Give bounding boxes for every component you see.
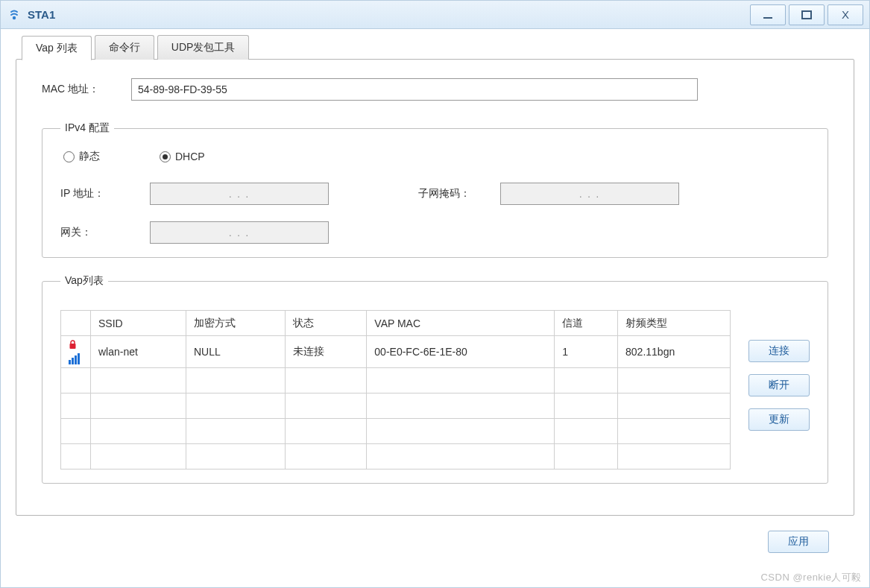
cell-vap_mac <box>367 443 555 469</box>
vap-body: SSID 加密方式 状态 VAP MAC 信道 射频类型 wlan-netNUL… <box>60 303 810 470</box>
table-row[interactable] <box>61 393 731 418</box>
cell-channel <box>555 418 618 443</box>
mask-input[interactable]: . . . <box>500 183 679 205</box>
ipv4-grid: IP 地址： . . . 子网掩码： . . . 网关： . . . <box>60 183 810 244</box>
cell-vap_mac <box>367 367 555 393</box>
watermark: CSDN @renkie人可毅 <box>760 571 862 584</box>
cell-ssid: wlan-net <box>91 336 186 368</box>
connect-button[interactable]: 连接 <box>748 340 810 362</box>
cell-radio <box>618 443 731 469</box>
lock-icon <box>69 340 77 352</box>
table-row[interactable] <box>61 443 731 469</box>
svg-point-0 <box>13 16 16 19</box>
cell-vap_mac: 00-E0-FC-6E-1E-80 <box>367 336 555 368</box>
cell-channel: 1 <box>555 336 618 368</box>
ip-label: IP 地址： <box>60 187 150 200</box>
ipv4-legend: IPv4 配置 <box>60 121 114 135</box>
tab-panel: MAC 地址： 54-89-98-FD-39-55 IPv4 配置 静态 DHC… <box>16 59 854 516</box>
tab-bar: Vap 列表 命令行 UDP发包工具 <box>22 35 854 60</box>
radio-dhcp-label: DHCP <box>175 151 205 162</box>
radio-static-circle <box>63 151 75 162</box>
cell-vap_mac <box>367 393 555 418</box>
vap-header-channel: 信道 <box>555 311 618 336</box>
apply-button[interactable]: 应用 <box>768 531 829 553</box>
cell-channel <box>555 393 618 418</box>
disconnect-button[interactable]: 断开 <box>748 374 810 396</box>
tab-cli[interactable]: 命令行 <box>95 35 154 60</box>
tab-udp-tool[interactable]: UDP发包工具 <box>157 35 250 60</box>
cell-channel <box>555 443 618 469</box>
apply-row: 应用 <box>16 516 854 553</box>
app-icon <box>7 7 22 22</box>
cell-ssid <box>91 443 186 469</box>
vap-header-row: SSID 加密方式 状态 VAP MAC 信道 射频类型 <box>61 311 731 336</box>
vap-header-encrypt: 加密方式 <box>186 311 285 336</box>
row-icon-cell <box>61 443 91 469</box>
window-title: STA1 <box>28 8 747 21</box>
cell-status <box>286 393 367 418</box>
table-row[interactable] <box>61 418 731 443</box>
cell-encrypt <box>186 418 285 443</box>
table-row[interactable]: wlan-netNULL未连接00-E0-FC-6E-1E-801802.11b… <box>61 336 731 368</box>
refresh-button[interactable]: 更新 <box>748 408 810 431</box>
table-row[interactable] <box>61 367 731 393</box>
vap-header-icon <box>61 311 91 336</box>
vap-fieldset: Vap列表 SSID 加密方式 状态 VAP MAC 信道 射频类型 <box>42 274 828 484</box>
svg-rect-3 <box>70 344 76 349</box>
cell-radio <box>618 418 731 443</box>
mask-label: 子网掩码： <box>418 187 508 200</box>
row-icon-cell <box>61 336 91 368</box>
gateway-label: 网关： <box>60 226 150 239</box>
cell-status <box>286 367 367 393</box>
gateway-input[interactable]: . . . <box>150 221 329 244</box>
mac-label: MAC 地址： <box>42 83 131 96</box>
radio-dhcp[interactable]: DHCP <box>160 151 205 162</box>
vap-header-radio: 射频类型 <box>618 311 731 336</box>
radio-dhcp-circle <box>160 151 171 162</box>
svg-rect-1 <box>763 17 772 19</box>
row-icon-cell <box>61 393 91 418</box>
cell-status: 未连接 <box>286 336 367 368</box>
cell-ssid <box>91 418 186 443</box>
minimize-button[interactable] <box>750 4 786 25</box>
content-area: Vap 列表 命令行 UDP发包工具 MAC 地址： 54-89-98-FD-3… <box>1 29 869 553</box>
cell-vap_mac <box>367 418 555 443</box>
cell-encrypt: NULL <box>186 336 285 368</box>
mac-input[interactable]: 54-89-98-FD-39-55 <box>131 78 698 101</box>
cell-radio: 802.11bgn <box>618 336 731 368</box>
radio-static[interactable]: 静态 <box>63 150 100 163</box>
cell-radio <box>618 367 731 393</box>
title-bar: STA1 X <box>1 1 869 29</box>
vap-legend: Vap列表 <box>60 274 108 288</box>
svg-rect-2 <box>802 11 811 19</box>
radio-static-label: 静态 <box>79 150 100 163</box>
window-controls: X <box>747 4 863 25</box>
vap-side-buttons: 连接 断开 更新 <box>748 310 810 431</box>
vap-header-status: 状态 <box>286 311 367 336</box>
vap-header-ssid: SSID <box>91 311 186 336</box>
cell-channel <box>555 367 618 393</box>
cell-ssid <box>91 393 186 418</box>
row-icon-cell <box>61 367 91 393</box>
cell-encrypt <box>186 443 285 469</box>
ipv4-fieldset: IPv4 配置 静态 DHCP IP 地址： . . . <box>42 121 828 258</box>
cell-encrypt <box>186 393 285 418</box>
cell-status <box>286 443 367 469</box>
vap-header-vapmac: VAP MAC <box>367 311 555 336</box>
ipv4-mode-row: 静态 DHCP <box>60 150 810 163</box>
close-button[interactable]: X <box>828 4 863 25</box>
app-window: STA1 X Vap 列表 命令行 UDP发包工具 MAC 地址： 54-89-… <box>0 0 870 588</box>
signal-icon <box>69 354 80 364</box>
ip-input[interactable]: . . . <box>150 183 329 205</box>
cell-ssid <box>91 367 186 393</box>
cell-radio <box>618 393 731 418</box>
row-icon-cell <box>61 418 91 443</box>
cell-encrypt <box>186 367 285 393</box>
vap-table: SSID 加密方式 状态 VAP MAC 信道 射频类型 wlan-netNUL… <box>60 310 731 470</box>
maximize-button[interactable] <box>789 4 825 25</box>
mac-row: MAC 地址： 54-89-98-FD-39-55 <box>42 78 828 101</box>
cell-status <box>286 418 367 443</box>
tab-vap-list[interactable]: Vap 列表 <box>22 36 92 60</box>
